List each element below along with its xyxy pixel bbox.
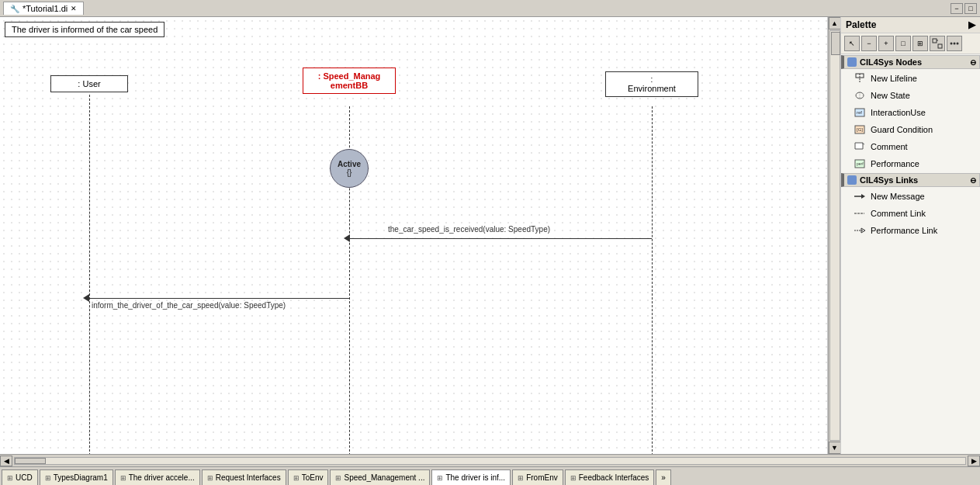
window-controls: − □ [951,3,977,14]
snap-tool[interactable] [930,36,945,51]
tab-more[interactable]: » [656,469,671,485]
tab-driver-accel[interactable]: ⊞ The driver accele... [115,469,200,485]
palette-item-interaction-use[interactable]: ref InteractionUse [841,104,980,121]
new-message-label: New Message [871,192,925,201]
tab-to-env-icon: ⊞ [293,474,300,482]
scroll-left-btn[interactable]: ◀ [0,456,12,466]
svg-marker-14 [855,143,863,149]
performance-icon: perf [854,158,866,170]
canvas-area[interactable]: The driver is informed of the car speed … [0,17,828,454]
section-links-collapse[interactable]: ⊖ [970,176,976,185]
new-lifeline-icon [854,72,866,85]
tab-feedback-interfaces[interactable]: ⊞ Feedback Interfaces [565,469,655,485]
palette-item-new-lifeline[interactable]: New Lifeline [841,70,980,87]
palette-item-guard-condition[interactable]: [G] Guard Condition [841,121,980,138]
palette-item-new-message[interactable]: New Message [841,188,980,205]
tab-driver-accel-icon: ⊞ [120,474,126,482]
tab-to-env[interactable]: ⊞ ToEnv [288,469,329,485]
main-tab[interactable]: 🔧 *Tutorial1.di ✕ [3,2,84,15]
section-nodes-label: CIL4Sys Nodes [860,57,922,67]
tab-icon: 🔧 [10,5,19,13]
active-state: Active {} [330,149,369,188]
palette-toolbar: ↖ − + □ ⊞ [841,33,980,54]
horizontal-scrollbar[interactable]: ◀ ▶ [0,454,980,466]
performance-link-icon [854,224,866,237]
svg-text:perf: perf [857,161,864,166]
grid-tool[interactable]: ⊞ [912,36,928,51]
palette-item-performance-link[interactable]: Performance Link [841,222,980,239]
bottom-bar: ◀ ▶ [0,454,980,466]
message-label-2: inform_the_driver_of_the_car_speed(value… [92,301,286,310]
svg-text:[G]: [G] [857,127,863,132]
palette-item-comment-link[interactable]: Comment Link [841,205,980,222]
new-lifeline-label: New Lifeline [871,74,917,83]
comment-link-icon [854,207,866,220]
svg-point-4 [954,43,956,45]
palette-title: Palette [846,19,876,30]
zoom-in-tool[interactable]: + [878,36,894,51]
section-links-color [847,175,857,185]
comment-icon [854,140,866,153]
bottom-tabs-bar: ⊞ UCD ⊞ TypesDiagram1 ⊞ The driver accel… [0,466,980,485]
cursor-tool[interactable]: ↖ [844,36,860,51]
h-scroll-track[interactable] [14,457,966,465]
svg-marker-15 [863,143,864,144]
svg-point-5 [957,43,959,45]
svg-marker-19 [861,194,865,199]
new-state-icon [854,89,866,102]
scroll-thumb[interactable] [831,32,840,55]
fit-tool[interactable]: □ [895,36,911,51]
scroll-right-btn[interactable]: ▶ [968,456,980,466]
tab-ucd-icon: ⊞ [7,474,13,482]
performance-label: Performance [871,159,919,168]
h-scroll-thumb[interactable] [15,458,46,464]
tab-driver-inf-icon: ⊞ [437,474,443,482]
scroll-track[interactable] [829,30,840,441]
section-nodes-collapse[interactable]: ⊖ [970,58,976,67]
maximize-btn[interactable]: □ [964,3,977,14]
lifeline-line-env [652,106,653,454]
interaction-use-label: InteractionUse [871,108,926,117]
palette-expand-icon[interactable]: ▶ [968,19,975,30]
scroll-up-btn[interactable]: ▲ [829,17,841,29]
tab-speed-icon: ⊞ [335,474,341,482]
minimize-btn[interactable]: − [951,3,963,14]
palette-item-performance[interactable]: perf Performance [841,155,980,172]
tab-speed-management[interactable]: ⊞ Speed_Management ... [330,469,430,485]
main-area: The driver is informed of the car speed … [0,17,980,485]
interaction-use-icon: ref [854,106,866,119]
performance-link-label: Performance Link [871,226,937,235]
palette-item-new-state[interactable]: New State [841,87,980,104]
section-links-label: CIL4Sys Links [860,175,918,185]
zoom-out-tool[interactable]: − [861,36,877,51]
guard-condition-icon: [G] [854,123,866,136]
new-state-label: New State [871,91,910,100]
palette-item-comment[interactable]: Comment [841,138,980,155]
message-line-1 [350,238,652,239]
scroll-down-btn[interactable]: ▼ [829,442,841,454]
svg-rect-0 [933,39,937,43]
palette-section-nodes[interactable]: CIL4Sys Nodes ⊖ [841,55,980,69]
title-bar: 🔧 *Tutorial1.di ✕ − □ [0,0,980,17]
lifeline-user: : User [50,75,128,92]
tab-types-diagram[interactable]: ⊞ TypesDiagram1 [40,469,113,485]
section-nodes-color [847,57,857,67]
lifeline-speed: : Speed_ManagementBB [303,68,396,94]
new-message-icon [854,190,866,203]
palette-section-links[interactable]: CIL4Sys Links ⊖ [841,173,980,187]
arrow-head-2 [83,294,89,302]
palette-panel: Palette ▶ ↖ − + □ ⊞ [840,17,980,454]
tab-close[interactable]: ✕ [71,5,77,12]
guard-condition-label: Guard Condition [871,125,933,134]
tab-driver-inf[interactable]: ⊞ The driver is inf... [431,469,511,485]
svg-rect-1 [938,44,942,48]
tab-from-env[interactable]: ⊞ FromEnv [512,469,563,485]
vertical-scrollbar[interactable]: ▲ ▼ [828,17,840,454]
tab-request-icon: ⊞ [207,474,213,482]
message-label-1: the_car_speed_is_received(value: SpeedTy… [388,225,550,234]
tab-request-interfaces[interactable]: ⊞ Request Interfaces [202,469,286,485]
more-tool[interactable] [947,36,962,51]
svg-point-3 [951,43,953,45]
tab-ucd[interactable]: ⊞ UCD [2,469,38,485]
palette-header: Palette ▶ [841,17,980,33]
